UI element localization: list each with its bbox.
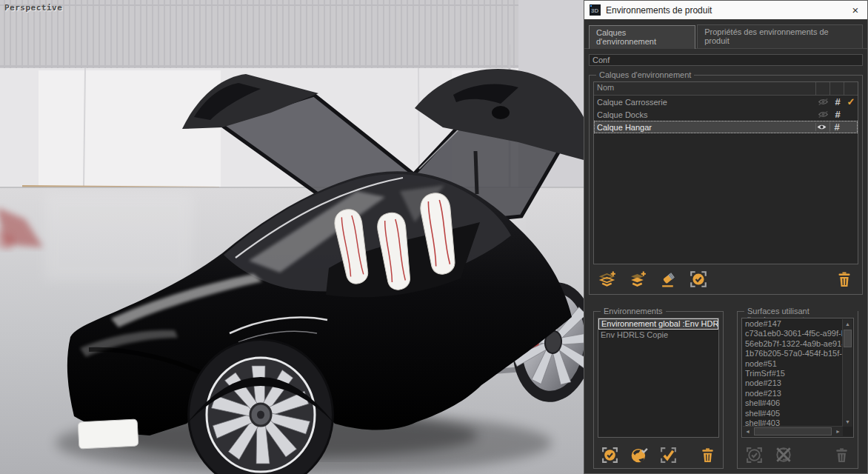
select-active-check-button[interactable] [601,445,619,464]
column-header-hash[interactable] [830,82,844,95]
layers-empty-area[interactable] [594,133,858,264]
layers-toolbar [593,264,858,290]
list-item[interactable]: c73a1eb0-3061-4f5c-a99f-b733c922 [743,329,843,338]
globe-check-icon[interactable] [630,445,649,464]
layers-table: Nom Calque Carrosserie # ✓ Calque Docks [593,81,858,264]
column-header-nom[interactable]: Nom [594,82,816,95]
vertical-scrollbar[interactable]: ▲ ▼ [842,319,852,427]
scroll-up-icon[interactable]: ▲ [843,319,852,329]
eye-slash-icon[interactable] [818,110,831,118]
environments-toolbar [598,438,719,464]
delete-surface-trash-icon-disabled[interactable] [832,445,851,464]
tab-proprietes-environnements[interactable]: Propriétés des environnements de produit [697,24,863,48]
tab-calques-environnement[interactable]: Calques d'environnement [589,25,695,49]
layers-groupbox: Calques d'environnement Nom Calque Carro… [589,75,863,295]
layer-row-hangar[interactable]: Calque Hangar # [594,121,858,133]
list-item[interactable]: TrimSrf#15 [743,369,843,378]
list-item-env-copie[interactable]: Env HDRLS Copie [598,330,718,341]
eraser-icon[interactable] [658,270,678,289]
3d-viewport[interactable]: Perspective [0,0,584,474]
surfaces-groupbox: Surfaces utilisant l'environnement node#… [737,311,858,469]
scrollbar-thumb[interactable] [844,330,852,347]
environments-group-title: Environnements [601,307,666,316]
select-active-check-button[interactable] [689,270,708,289]
surfaces-toolbar [741,438,854,464]
column-header-active[interactable] [844,82,858,95]
close-icon[interactable]: × [849,4,862,16]
environments-list: Environnement global :Env HDRLS Env HDRL… [598,318,719,438]
horizontal-scrollbar[interactable]: ◄ ► [743,426,843,436]
eye-slash-icon[interactable] [818,98,831,106]
list-item[interactable]: shell#406 [743,398,843,408]
delete-layer-trash-icon[interactable] [835,270,854,289]
active-check-icon[interactable]: ✓ [844,96,858,107]
delete-environment-trash-icon[interactable] [698,445,716,464]
environments-window: 3D Environnements de produit × Calques d… [584,0,868,474]
license-plate [78,419,138,449]
new-layer-button[interactable] [598,270,617,289]
app-window: Perspective 3D Environnements de produit… [0,0,868,474]
tab-bar: Calques d'environnement Propriétés des e… [584,19,867,49]
render-scene [0,0,584,474]
scroll-right-icon[interactable]: ► [833,427,843,436]
svg-text:3D: 3D [591,7,598,14]
duplicate-layer-button[interactable] [628,270,647,289]
scroll-down-icon[interactable]: ▼ [843,417,852,427]
globe-crossed-icon-disabled[interactable] [774,445,793,464]
layers-table-header: Nom [594,82,858,96]
select-active-check-button-disabled[interactable] [744,445,764,464]
list-item[interactable]: node#147 [743,319,843,329]
hash-icon[interactable]: # [831,97,844,107]
layers-group-title: Calques d'environnement [596,70,694,79]
list-item[interactable]: 1b76b205-57a0-454f-b15f-088169e0 [743,349,843,358]
conf-input[interactable] [589,54,863,66]
surfaces-list: node#147c73a1eb0-3061-4f5c-a99f-b733c922… [741,318,854,438]
list-item[interactable]: shell#405 [743,409,843,418]
eye-icon[interactable] [815,123,829,131]
environments-groupbox: Environnements Environnement global :Env… [593,311,724,469]
scrollbar-thumb[interactable] [754,427,832,435]
scroll-left-icon[interactable]: ◄ [743,427,752,436]
layer-row-docks[interactable]: Calque Docks # [594,108,858,121]
bottom-section: Environnements Environnement global :Env… [589,304,863,469]
window-titlebar[interactable]: 3D Environnements de produit × [584,1,867,19]
list-item[interactable]: node#51 [743,359,843,369]
viewport-label: Perspective [4,3,62,13]
list-item[interactable]: node#213 [743,378,843,388]
hash-icon[interactable]: # [831,110,844,119]
layer-row-carrosserie[interactable]: Calque Carrosserie # ✓ [594,96,858,108]
apply-check-button[interactable] [659,445,678,464]
window-title: Environnements de produit [606,5,844,16]
hash-icon[interactable]: # [829,122,844,132]
app-icon: 3D [590,4,601,16]
list-item[interactable]: 56eb2b7f-1322-4a9b-ae91-8eeda494 [743,339,843,349]
column-header-visibility[interactable] [816,82,830,95]
list-item-env-global[interactable]: Environnement global :Env HDRLS [598,318,718,330]
list-item[interactable]: node#213 [743,389,843,398]
